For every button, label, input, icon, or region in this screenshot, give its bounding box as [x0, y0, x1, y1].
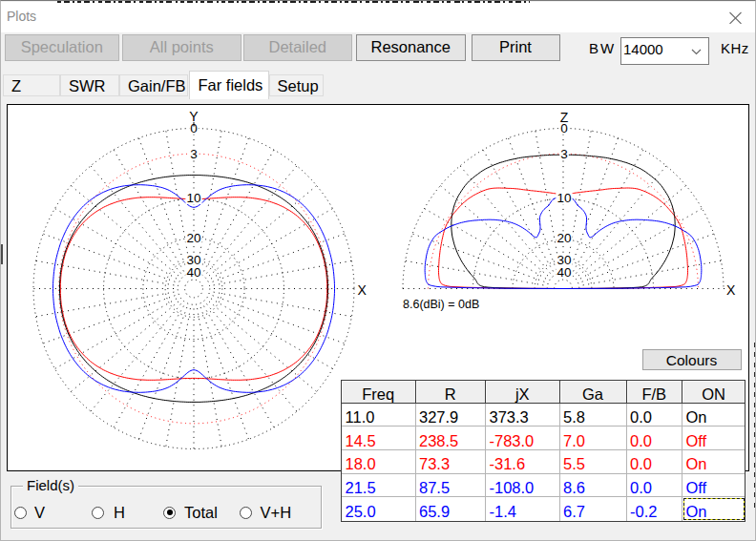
svg-text:8.6(dBi) = 0dB: 8.6(dBi) = 0dB: [403, 297, 479, 310]
svg-text:X: X: [726, 282, 736, 298]
svg-text:20: 20: [186, 230, 200, 244]
svg-text:X: X: [358, 281, 368, 297]
svg-text:40: 40: [186, 265, 200, 280]
svg-text:10: 10: [186, 191, 200, 205]
svg-text:3: 3: [560, 146, 568, 160]
svg-text:40: 40: [556, 265, 571, 280]
svg-text:Y: Y: [189, 108, 199, 123]
svg-text:10: 10: [556, 191, 571, 205]
svg-text:20: 20: [556, 230, 571, 244]
svg-text:3: 3: [190, 146, 198, 160]
svg-text:Z: Z: [560, 110, 569, 125]
